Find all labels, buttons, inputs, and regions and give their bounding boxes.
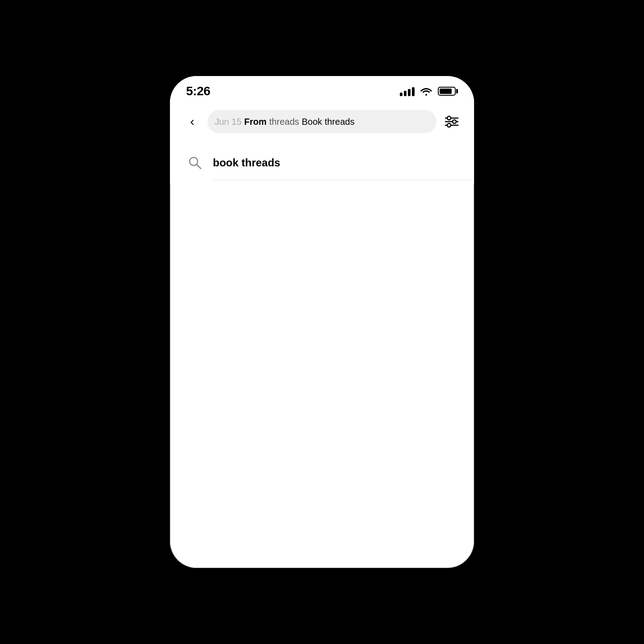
- svg-line-7: [197, 165, 201, 169]
- search-bar: ‹ Jun 15 From threads: [182, 110, 462, 133]
- status-time: 5:26: [186, 84, 210, 98]
- svg-point-5: [447, 123, 451, 127]
- suggestions-area: book threads: [170, 142, 474, 184]
- back-chevron-icon: ‹: [190, 114, 194, 129]
- suggestion-text: book threads: [213, 157, 280, 169]
- wifi-icon: [420, 87, 432, 96]
- status-icons: [400, 86, 458, 96]
- suggestion-divider: [213, 180, 474, 180]
- back-button[interactable]: ‹: [182, 112, 202, 131]
- date-chip[interactable]: Jun 15: [215, 117, 242, 127]
- from-label: From: [244, 117, 267, 127]
- suggestion-item[interactable]: book threads: [170, 146, 474, 180]
- battery-icon: [438, 87, 458, 96]
- search-input[interactable]: [302, 117, 429, 127]
- filter-button[interactable]: [442, 112, 462, 131]
- status-bar: 5:26: [170, 76, 474, 103]
- signal-icon: [400, 86, 415, 96]
- search-pill[interactable]: Jun 15 From threads: [208, 110, 436, 133]
- filter-icon: [445, 115, 459, 128]
- search-suggestion-icon: [186, 154, 204, 172]
- from-value: threads: [269, 117, 299, 127]
- search-area: ‹ Jun 15 From threads: [170, 103, 474, 142]
- svg-point-4: [453, 120, 456, 123]
- phone-frame: 5:26: [170, 76, 474, 568]
- svg-point-3: [447, 116, 451, 120]
